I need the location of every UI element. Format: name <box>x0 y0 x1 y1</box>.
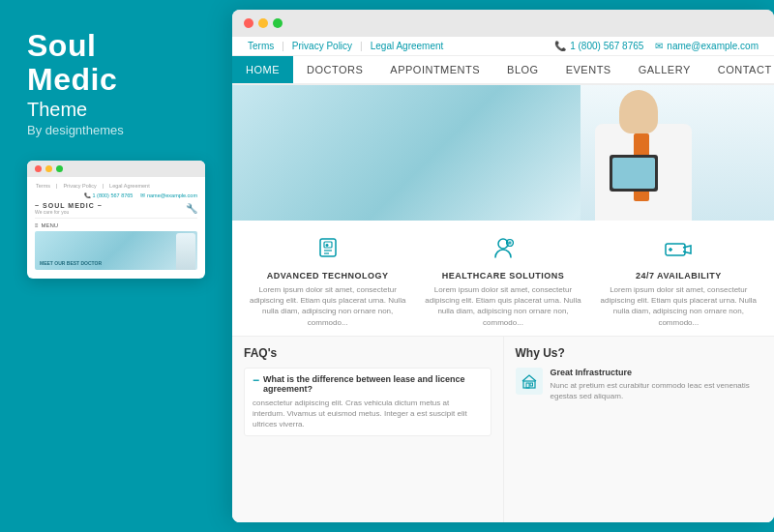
site-header: Terms | Privacy Policy | Legal Agreement… <box>232 37 774 56</box>
nav-appointments[interactable]: APPOINTMENTS <box>376 56 493 83</box>
why-infrastructure-icon <box>516 368 543 395</box>
faq-question: − What is the difference between lease a… <box>253 374 483 394</box>
faq-item: − What is the difference between lease a… <box>244 368 491 437</box>
header-links: Terms | Privacy Policy | Legal Agreement <box>248 41 443 51</box>
phone-number: 1 (800) 567 8765 <box>570 41 643 51</box>
mini-logo-row: ~ SOUL MEDIC ~ We care for you 🔧 <box>35 202 197 219</box>
browser-bar <box>232 10 774 37</box>
why-item-title: Great Infrastructure <box>551 368 763 377</box>
faq-section: FAQ's − What is the difference between l… <box>232 337 504 522</box>
brand-subtitle: Theme <box>27 99 205 121</box>
header-link-terms[interactable]: Terms <box>248 41 274 51</box>
mini-browser-mockup: Terms | Privacy Policy | Legal Agreement… <box>27 161 205 279</box>
dot-red[interactable] <box>244 18 253 28</box>
feature-availability-icon <box>599 236 759 267</box>
brand-by: By designthemes <box>27 123 205 137</box>
mini-wrench-icon: 🔧 <box>186 203 197 214</box>
mini-hero: MEET OUR BEST DOCTOR <box>35 231 197 270</box>
doctor-head <box>619 90 658 133</box>
main-browser: Terms | Privacy Policy | Legal Agreement… <box>232 10 774 522</box>
header-link-legal[interactable]: Legal Agreement <box>371 41 444 51</box>
mini-browser-content: Terms | Privacy Policy | Legal Agreement… <box>27 177 205 279</box>
header-link-privacy[interactable]: Privacy Policy <box>292 41 352 51</box>
doctor-tablet <box>610 155 658 192</box>
feature-technology-icon <box>248 236 407 267</box>
feature-healthcare-text: Lorem ipsum dolor sit amet, consectetur … <box>423 284 582 328</box>
feature-availability: 24/7 AVAILABILITY Lorem ipsum dolor sit … <box>599 236 759 328</box>
browser-content: Terms | Privacy Policy | Legal Agreement… <box>232 37 774 522</box>
nav-blog[interactable]: BLOG <box>493 56 552 83</box>
mini-menu-row: ≡ MENU <box>35 222 197 228</box>
brand-name: Soul Medic Theme By designthemes <box>27 29 205 137</box>
feature-healthcare: HEALTHCARE SOLUTIONS Lorem ipsum dolor s… <box>423 236 582 328</box>
mini-top-links: Terms | Privacy Policy | Legal Agreement <box>35 183 197 189</box>
email-contact: ✉ name@example.com <box>655 41 759 51</box>
faq-title: FAQ's <box>244 346 491 360</box>
feature-availability-text: Lorem ipsum dolor sit amet, consectetur … <box>599 284 759 328</box>
mini-dot-yellow <box>45 165 52 172</box>
nav-events[interactable]: EVENTS <box>552 56 625 83</box>
mini-dot-green <box>56 165 63 172</box>
bottom-section: FAQ's − What is the difference between l… <box>232 337 774 522</box>
email-icon: ✉ <box>655 41 663 51</box>
why-item: Great Infrastructure Nunc at pretium est… <box>516 368 763 401</box>
svg-rect-14 <box>526 383 529 388</box>
nav-home[interactable]: HOME <box>232 56 293 83</box>
feature-availability-title: 24/7 AVAILABILITY <box>599 271 759 281</box>
brand-title: Soul Medic <box>27 29 205 97</box>
header-contact: 📞 1 (800) 567 8765 ✉ name@example.com <box>554 41 759 51</box>
phone-icon: 📞 <box>554 41 566 51</box>
phone-contact: 📞 1 (800) 567 8765 <box>554 41 643 51</box>
nav-gallery[interactable]: GALLERY <box>625 56 704 83</box>
feature-technology: ADVANCED TECHNOLOGY Lorem ipsum dolor si… <box>248 236 407 328</box>
hero-doctor-image <box>580 85 774 221</box>
svg-rect-15 <box>530 383 533 386</box>
mini-browser-bar <box>27 161 205 177</box>
features-section: ADVANCED TECHNOLOGY Lorem ipsum dolor si… <box>232 221 774 337</box>
mini-dot-red <box>35 165 42 172</box>
left-panel: Soul Medic Theme By designthemes Terms |… <box>0 0 232 532</box>
nav-contact[interactable]: CONTACT <box>704 56 774 83</box>
doctor-tablet-screen <box>612 158 655 189</box>
mini-doctor-shape <box>176 233 195 270</box>
doctor-figure <box>590 90 706 221</box>
why-content: Great Infrastructure Nunc at pretium est… <box>551 368 763 401</box>
feature-technology-title: ADVANCED TECHNOLOGY <box>248 271 407 281</box>
mini-contact-row: 📞 1 (800) 567 8765 ✉ name@example.com <box>35 192 197 198</box>
why-section: Why Us? Great Infrastructure Nunc at pre… <box>504 337 775 522</box>
email-address: name@example.com <box>667 41 759 51</box>
dot-green[interactable] <box>273 18 283 28</box>
why-title: Why Us? <box>516 346 763 360</box>
feature-healthcare-title: HEALTHCARE SOLUTIONS <box>423 271 582 281</box>
faq-minus-icon[interactable]: − <box>253 374 259 386</box>
why-item-text: Nunc at pretium est curabitur commodo le… <box>551 380 763 401</box>
site-nav: HOME DOCTORS APPOINTMENTS BLOG EVENTS GA… <box>232 56 774 85</box>
hero-section <box>232 85 774 221</box>
feature-healthcare-icon <box>423 236 582 267</box>
dot-yellow[interactable] <box>258 18 268 28</box>
faq-answer: consectetur adipiscing elit. Cras vehicu… <box>253 398 483 430</box>
feature-technology-text: Lorem ipsum dolor sit amet, consectetur … <box>248 284 407 328</box>
nav-doctors[interactable]: DOCTORS <box>293 56 376 83</box>
